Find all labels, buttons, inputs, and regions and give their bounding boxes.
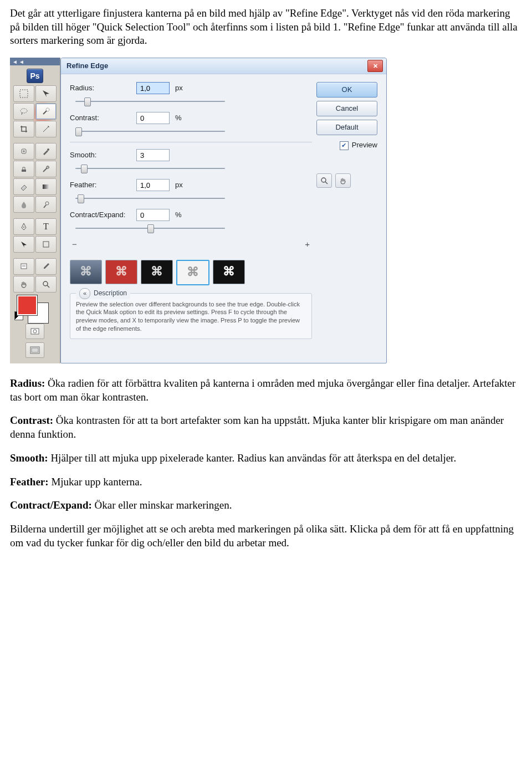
svg-point-9 [23, 227, 24, 228]
preview-checkbox-label: Preview [352, 141, 377, 150]
feather-label: Feather: [70, 181, 136, 190]
pen-tool-icon[interactable] [13, 218, 34, 235]
contrast-input[interactable] [136, 112, 170, 124]
crop-tool-icon[interactable] [13, 121, 34, 137]
preview-mode-row: ⌘ ⌘ ⌘ ⌘ ⌘ [70, 260, 312, 285]
close-icon: ✕ [373, 62, 378, 70]
quick-selection-tool-icon[interactable] [35, 103, 57, 120]
cancel-button[interactable]: Cancel [316, 101, 377, 116]
svg-rect-7 [43, 184, 49, 189]
svg-point-1 [21, 109, 27, 113]
path-selection-tool-icon[interactable] [13, 236, 34, 253]
shape-tool-icon[interactable] [35, 236, 57, 253]
intro-paragraph: Det går att ytterligare finjustera kante… [10, 7, 522, 48]
notes-tool-icon[interactable] [13, 258, 34, 275]
preview-quickmask[interactable]: ⌘ [105, 260, 137, 284]
radius-slider[interactable] [75, 96, 225, 106]
contrast-paragraph: Contrast: Öka kontrasten för att ta bort… [10, 414, 522, 441]
contract-expand-input[interactable] [136, 209, 170, 221]
svg-rect-16 [32, 348, 38, 352]
feather-input[interactable] [136, 179, 170, 191]
toolbox-panel: ◄◄ Ps [10, 58, 60, 363]
clone-stamp-tool-icon[interactable] [13, 161, 34, 177]
feather-unit: px [175, 181, 183, 190]
contract-expand-label: Contract/Expand: [70, 211, 136, 220]
lasso-tool-icon[interactable] [13, 103, 34, 120]
move-tool-icon[interactable] [35, 85, 57, 102]
svg-point-17 [321, 178, 326, 182]
eyedropper-tool-icon[interactable] [35, 258, 57, 275]
foreground-color-swatch[interactable] [17, 295, 38, 316]
embedded-screenshot: ◄◄ Ps [10, 58, 522, 363]
preview-mask[interactable]: ⌘ [213, 260, 245, 284]
closing-paragraph: Bilderna undertill ger möjlighet att se … [10, 522, 522, 550]
description-text: Preview the selection over different bac… [76, 300, 306, 333]
contrast-label: Contrast: [70, 114, 136, 123]
hand-tool-icon[interactable] [13, 276, 34, 293]
healing-brush-tool-icon[interactable] [13, 143, 34, 160]
history-brush-tool-icon[interactable] [35, 161, 57, 177]
svg-point-4 [47, 148, 49, 151]
radius-label: Radius: [70, 84, 136, 93]
dialog-title: Refine Edge [66, 61, 108, 71]
smooth-paragraph: Smooth: Hjälper till att mjuka upp pixel… [10, 452, 522, 465]
contract-expand-slider[interactable] [75, 223, 225, 233]
plus-label: + [305, 239, 310, 250]
contract-expand-paragraph: Contract/Expand: Ökar eller minskar mark… [10, 499, 522, 512]
preview-black[interactable]: ⌘ [141, 260, 173, 284]
zoom-tool-button[interactable] [316, 173, 332, 188]
description-panel: « Description Preview the selection over… [70, 293, 312, 339]
zoom-tool-icon[interactable] [35, 276, 57, 293]
svg-rect-10 [43, 242, 49, 247]
radius-paragraph: Radius: Öka radien för att förbättra kva… [10, 377, 522, 404]
svg-rect-5 [22, 170, 26, 172]
standard-mode-icon[interactable] [25, 324, 44, 339]
dodge-tool-icon[interactable] [35, 196, 57, 213]
close-button[interactable]: ✕ [367, 60, 383, 72]
contract-expand-unit: % [175, 211, 182, 220]
preview-standard[interactable]: ⌘ [70, 260, 102, 284]
marquee-tool-icon[interactable] [13, 85, 34, 102]
color-swatches[interactable] [13, 294, 57, 320]
smooth-label: Smooth: [70, 151, 136, 160]
hand-tool-button[interactable] [335, 173, 351, 188]
radius-unit: px [175, 84, 183, 93]
smooth-slider[interactable] [75, 163, 225, 173]
description-toggle-icon[interactable]: « [79, 288, 90, 299]
screen-mode-icon[interactable] [25, 342, 44, 358]
slice-tool-icon[interactable] [35, 121, 57, 137]
blur-tool-icon[interactable] [13, 196, 34, 213]
ok-button[interactable]: OK [316, 82, 377, 98]
svg-point-2 [46, 108, 49, 111]
svg-rect-0 [20, 90, 28, 98]
eraser-tool-icon[interactable] [13, 178, 34, 195]
contrast-unit: % [175, 114, 182, 123]
radius-input[interactable] [136, 82, 170, 94]
svg-point-8 [45, 202, 49, 205]
preview-white[interactable]: ⌘ [176, 260, 209, 285]
description-heading: Description [94, 289, 127, 298]
preview-checkbox[interactable]: ✔ [340, 141, 349, 150]
refine-edge-dialog: Refine Edge ✕ Radius: px Contrast: % [60, 58, 387, 363]
gradient-tool-icon[interactable] [35, 178, 57, 195]
contrast-slider[interactable] [75, 126, 225, 136]
feather-slider[interactable] [75, 193, 225, 203]
svg-point-12 [43, 281, 48, 286]
minus-label: − [72, 239, 77, 250]
default-button[interactable]: Default [316, 120, 377, 135]
feather-paragraph: Feather: Mjukar upp kanterna. [10, 475, 522, 489]
ps-logo-icon: Ps [27, 69, 43, 83]
brush-tool-icon[interactable] [35, 143, 57, 160]
smooth-input[interactable] [136, 149, 170, 161]
preview-checkbox-row[interactable]: ✔ Preview [316, 141, 377, 150]
type-tool-icon[interactable]: T [35, 218, 57, 235]
panel-collapse-bar[interactable]: ◄◄ [10, 58, 60, 65]
